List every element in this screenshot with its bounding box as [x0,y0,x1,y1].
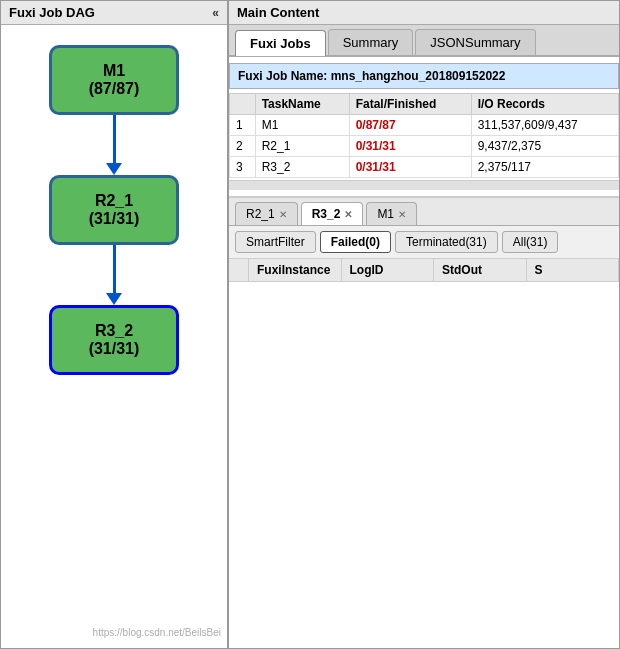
dag-node-r2-1-label: R2_1 [95,192,133,210]
row3-fatal: 0/31/31 [349,157,471,178]
tab-fuxi-jobs[interactable]: Fuxi Jobs [235,30,326,56]
bottom-tab-r2-1[interactable]: R2_1 ✕ [235,202,298,225]
dag-node-r2-1-sublabel: (31/31) [89,210,140,228]
main-tabs-row: Fuxi Jobs Summary JSONSummary [229,25,619,57]
dag-arrow-2 [106,245,122,305]
table-row[interactable]: 1 M1 0/87/87 311,537,609/9,437 [230,115,619,136]
filter-failed[interactable]: Failed(0) [320,231,391,253]
table-section: Fuxi Job Name: mns_hangzhou_201809152022… [229,57,619,198]
col-s: S [527,259,620,281]
table-row[interactable]: 2 R2_1 0/31/31 9,437/2,375 [230,136,619,157]
col-fatal: Fatal/Finished [349,94,471,115]
dag-node-m1-sublabel: (87/87) [89,80,140,98]
row2-task: R2_1 [255,136,349,157]
col-taskname: TaskName [255,94,349,115]
main-panel-header: Main Content [229,1,619,25]
row1-fatal: 0/87/87 [349,115,471,136]
bottom-tab-m1[interactable]: M1 ✕ [366,202,417,225]
tab-json-summary[interactable]: JSONSummary [415,29,535,55]
filter-smart[interactable]: SmartFilter [235,231,316,253]
table-row[interactable]: 3 R3_2 0/31/31 2,375/117 [230,157,619,178]
dag-title: Fuxi Job DAG [9,5,95,20]
dag-node-m1[interactable]: M1 (87/87) [49,45,179,115]
dag-node-r3-2-sublabel: (31/31) [89,340,140,358]
dag-arrow-1 [106,115,122,175]
instance-table-header: FuxiInstance LogID StdOut S [229,259,619,282]
dag-node-r3-2[interactable]: R3_2 (31/31) [49,305,179,375]
close-r3-2-icon[interactable]: ✕ [344,209,352,220]
row1-num: 1 [230,115,256,136]
filter-terminated[interactable]: Terminated(31) [395,231,498,253]
dag-arrow-head-2 [106,293,122,305]
dag-header: Fuxi Job DAG « [1,1,227,25]
scroll-hint[interactable] [229,180,619,190]
row3-num: 3 [230,157,256,178]
bottom-tab-r3-2[interactable]: R3_2 ✕ [301,202,364,225]
task-table: TaskName Fatal/Finished I/O Records 1 M1… [229,93,619,178]
main-title: Main Content [237,5,319,20]
col-num [230,94,256,115]
bottom-tabs-row: R2_1 ✕ R3_2 ✕ M1 ✕ [229,198,619,226]
dag-node-r3-2-label: R3_2 [95,322,133,340]
filter-row: SmartFilter Failed(0) Terminated(31) All… [229,226,619,259]
close-m1-icon[interactable]: ✕ [398,209,406,220]
row3-io: 2,375/117 [471,157,618,178]
dag-arrow-line-2 [113,245,116,293]
col-io: I/O Records [471,94,618,115]
row3-task: R3_2 [255,157,349,178]
row2-io: 9,437/2,375 [471,136,618,157]
col-logid: LogID [342,259,435,281]
row1-task: M1 [255,115,349,136]
close-r2-1-icon[interactable]: ✕ [279,209,287,220]
dag-node-m1-label: M1 [103,62,125,80]
row2-fatal: 0/31/31 [349,136,471,157]
dag-collapse-button[interactable]: « [212,6,219,20]
col-index [229,259,249,281]
main-panel: Main Content Fuxi Jobs Summary JSONSumma… [229,1,619,648]
filter-all[interactable]: All(31) [502,231,559,253]
row2-num: 2 [230,136,256,157]
dag-arrow-line-1 [113,115,116,163]
row1-io: 311,537,609/9,437 [471,115,618,136]
col-stdout: StdOut [434,259,527,281]
tab-summary[interactable]: Summary [328,29,414,55]
dag-node-r2-1[interactable]: R2_1 (31/31) [49,175,179,245]
dag-panel: Fuxi Job DAG « M1 (87/87) R2_1 (31/31) [1,1,229,648]
watermark: https://blog.csdn.net/BeilsBei [93,627,221,638]
col-fuxi-instance: FuxiInstance [249,259,342,281]
dag-canvas: M1 (87/87) R2_1 (31/31) R3_2 (31/31) [1,25,227,648]
dag-arrow-head-1 [106,163,122,175]
job-name-bar: Fuxi Job Name: mns_hangzhou_201809152022 [229,63,619,89]
